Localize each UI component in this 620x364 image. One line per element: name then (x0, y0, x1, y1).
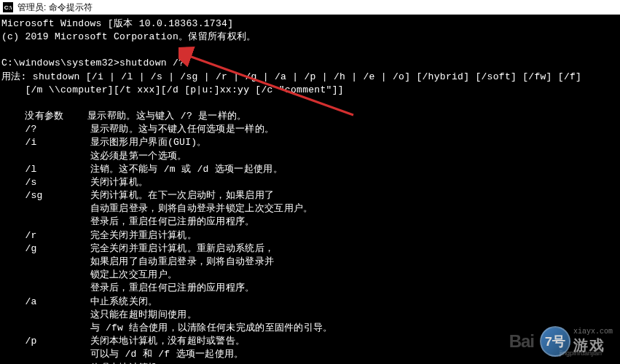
terminal-line: /g 完全关闭并重启计算机。重新启动系统后， (1, 242, 619, 256)
terminal-line: /l 注销。这不能与 /m 或 /d 选项一起使用。 (1, 163, 619, 176)
terminal-line: 用法: shutdown [/i | /l | /s | /sg | /r | … (1, 71, 619, 84)
watermark: Bai 7号 xiayx.com 游戏 jingpinruanjian (509, 326, 613, 357)
terminal-line: 这必须是第一个选项。 (1, 150, 619, 163)
terminal-line: 登录后，重启任何已注册的应用程序。 (1, 215, 619, 229)
terminal-line (1, 44, 619, 57)
terminal-output[interactable]: Microsoft Windows [版本 10.0.18363.1734](c… (0, 15, 620, 364)
terminal-line: 锁定上次交互用户。 (1, 269, 619, 282)
terminal-line: 如果启用了自动重启登录，则将自动登录并 (1, 256, 619, 269)
window-title: 管理员: 命令提示符 (17, 1, 93, 14)
terminal-line: /a 中止系统关闭。 (1, 296, 619, 309)
watermark-sub-text: jingpinruanjian (560, 349, 602, 357)
watermark-baidu-text: Bai (509, 331, 534, 352)
watermark-url: xiayx.com (573, 328, 613, 336)
cmd-icon: C:\ (3, 2, 13, 12)
terminal-line: 这只能在超时期间使用。 (1, 309, 619, 322)
terminal-line (1, 97, 619, 110)
terminal-line: [/m \\computer][/t xxx][/d [p|u:]xx:yy [… (1, 84, 619, 97)
terminal-line: /r 完全关闭并重启计算机。 (1, 229, 619, 242)
terminal-line: 自动重启登录，则将自动登录并锁定上次交互用户。 (1, 202, 619, 215)
window-titlebar: C:\ 管理员: 命令提示符 (0, 0, 620, 15)
terminal-line: 没有参数 显示帮助。这与键入 /? 是一样的。 (1, 110, 619, 123)
terminal-line: /i 显示图形用户界面(GUI)。 (1, 136, 619, 149)
terminal-line: C:\windows\system32>shutdown /? (1, 57, 619, 70)
watermark-logo: 7号 xiayx.com 游戏 jingpinruanjian (540, 326, 613, 357)
terminal-line: /sg 关闭计算机。在下一次启动时，如果启用了 (1, 189, 619, 202)
terminal-line: /? 显示帮助。这与不键入任何选项是一样的。 (1, 123, 619, 136)
terminal-line: 登录后，重启任何已注册的应用程序。 (1, 282, 619, 295)
terminal-line: Microsoft Windows [版本 10.0.18363.1734] (1, 17, 619, 31)
terminal-line: /h 休眠本地计算机。 (1, 362, 619, 365)
terminal-line: /s 关闭计算机。 (1, 176, 619, 189)
terminal-line: (c) 2019 Microsoft Corporation。保留所有权利。 (1, 31, 619, 44)
